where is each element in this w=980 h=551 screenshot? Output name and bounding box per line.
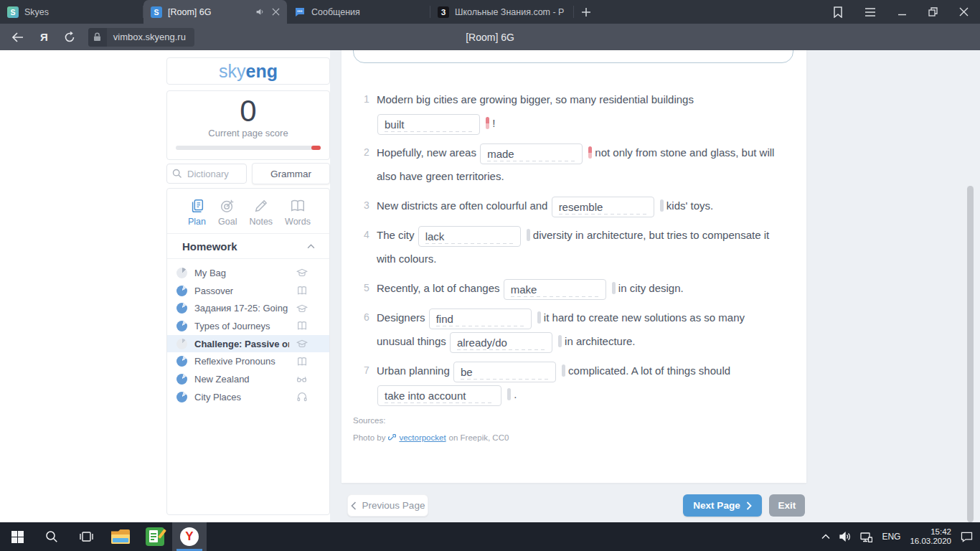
next-page-label: Next Page — [693, 500, 740, 511]
homework-item[interactable]: Passover — [167, 282, 329, 300]
collections-icon[interactable] — [833, 6, 843, 18]
tab-messages[interactable]: Сообщения — [287, 0, 430, 24]
answer-input[interactable] — [480, 143, 583, 164]
language-indicator[interactable]: ENG — [882, 532, 900, 542]
tab-room-6g[interactable]: S [Room] 6G — [143, 0, 287, 24]
exercise-item-number: 4 — [364, 223, 369, 247]
exercise-item: 6Designers it hard to create new solutio… — [364, 306, 782, 353]
page-scrollbar[interactable] — [967, 186, 974, 522]
score-value: 0 — [167, 95, 329, 127]
answer-input[interactable] — [377, 114, 480, 135]
reload-icon[interactable] — [64, 32, 75, 43]
sentence-text: Urban planning — [377, 364, 453, 377]
homework-item[interactable]: Задания 17-25: Going to ... — [167, 299, 329, 317]
exit-label: Exit — [778, 500, 796, 511]
homework-item[interactable]: New Zealand — [167, 370, 329, 388]
homework-item-label: Reflexive Pronouns — [194, 356, 275, 367]
exercise-item: 5Recently, a lot of changes in city desi… — [364, 276, 782, 300]
exercise-item-number: 1 — [364, 88, 369, 111]
volume-icon[interactable] — [839, 532, 851, 542]
homework-item-label: My Bag — [194, 268, 226, 278]
sidebar-tab-label: Words — [285, 217, 311, 227]
browser-menu-icon[interactable] — [864, 7, 876, 17]
exercise-item-number: 5 — [364, 276, 369, 300]
sources-link[interactable]: vectorpocket — [399, 433, 446, 442]
lock-icon[interactable] — [88, 28, 107, 47]
network-icon[interactable] — [860, 532, 872, 542]
sentence-text: complicated. A lot of things should — [565, 364, 730, 377]
cutoff-top-block — [353, 50, 793, 63]
homework-item[interactable]: Reflexive Pronouns — [167, 352, 329, 370]
grammar-button[interactable]: Grammar — [252, 163, 330, 184]
clock[interactable]: 15:42 16.03.2020 — [910, 527, 951, 547]
sentence-text: Recently, a lot of changes — [377, 282, 503, 294]
homework-item[interactable]: City Places — [167, 388, 329, 406]
sentence-text: . — [511, 388, 517, 400]
answer-input[interactable] — [450, 332, 552, 353]
sentence-text: kids' toys. — [664, 199, 714, 212]
graduation-cap-icon — [296, 267, 308, 278]
sources-title: Sources: — [353, 416, 509, 425]
sidebar-tab-notes[interactable]: Notes — [249, 198, 273, 227]
answer-input[interactable] — [377, 385, 501, 406]
browser-toolbar: Я vimbox.skyeng.ru [Room] 6G — [0, 24, 980, 50]
previous-page-label: Previous Page — [362, 500, 425, 511]
tab-znania[interactable]: З Школьные Знания.com - Р — [430, 0, 574, 24]
window-restore-icon[interactable] — [928, 7, 938, 17]
address-bar[interactable]: vimbox.skyeng.ru — [88, 28, 194, 47]
sentence-text: in architecture. — [562, 335, 636, 347]
exercise-item-number: 2 — [364, 141, 369, 164]
homework-item[interactable]: Types of Journeys — [167, 317, 329, 335]
yandex-button-icon[interactable]: Я — [40, 31, 48, 43]
sidebar-tab-goal[interactable]: Goal — [218, 198, 237, 227]
exercise-card: 1Modern big cities are growing bigger, s… — [341, 50, 806, 483]
exit-button[interactable]: Exit — [769, 494, 805, 517]
next-page-button[interactable]: Next Page — [683, 494, 762, 517]
tab-close-icon[interactable] — [272, 8, 280, 16]
url-text: vimbox.skyeng.ru — [107, 32, 194, 42]
taskbar: Y ENG 15:42 16.03.2020 — [0, 522, 980, 551]
homework-item[interactable]: Challenge: Passive or Ac... — [167, 335, 329, 353]
answer-input[interactable] — [429, 309, 532, 329]
file-explorer-icon[interactable] — [103, 522, 138, 551]
homework-section-header[interactable]: Homework — [167, 234, 329, 259]
book-icon — [296, 356, 308, 367]
chevron-right-icon — [746, 501, 752, 510]
new-tab-button[interactable] — [574, 0, 598, 24]
sidebar-tab-plan[interactable]: Plan — [188, 198, 206, 227]
back-icon[interactable] — [11, 32, 24, 43]
notifications-icon[interactable] — [961, 532, 973, 542]
homework-list: My BagPassoverЗадания 17-25: Going to ..… — [167, 259, 329, 406]
sidebar-tab-words[interactable]: Words — [285, 198, 311, 227]
exercise-item-number: 7 — [364, 359, 369, 382]
sentence-text: Hopefully, new areas — [377, 146, 479, 159]
progress-pie-icon — [176, 392, 187, 402]
sidebar-tab-label: Plan — [188, 217, 206, 227]
sentence-text: Modern big cities are growing bigger, so… — [377, 93, 694, 105]
answer-input[interactable] — [504, 279, 606, 300]
clock-time: 15:42 — [910, 527, 951, 537]
progress-pie-icon — [176, 339, 187, 349]
tab-skyes[interactable]: S Skyes — [0, 0, 143, 24]
answer-input[interactable] — [418, 226, 521, 247]
text-editor-app-icon[interactable] — [138, 522, 172, 551]
yandex-browser-taskbar-icon[interactable]: Y — [172, 522, 207, 551]
tab-title: Школьные Знания.com - Р — [455, 7, 567, 17]
tray-chevron-up-icon[interactable] — [821, 534, 830, 540]
page-content: skyeng 0 Current page score Grammar Plan… — [0, 50, 980, 522]
chevron-left-icon — [351, 501, 357, 510]
task-view-icon[interactable] — [69, 522, 103, 551]
homework-item-label: City Places — [194, 392, 241, 402]
taskbar-search-icon[interactable] — [34, 522, 69, 551]
answer-input[interactable] — [453, 362, 556, 382]
homework-item[interactable]: My Bag — [167, 264, 329, 282]
previous-page-button[interactable]: Previous Page — [347, 494, 428, 517]
sidebar-panel: PlanGoalNotesWords Homework My BagPassov… — [166, 188, 330, 515]
window-close-icon[interactable] — [959, 7, 969, 17]
start-button[interactable] — [0, 522, 34, 551]
tab-audio-icon[interactable] — [255, 7, 265, 17]
window-minimize-icon[interactable] — [897, 7, 907, 17]
goal-icon — [220, 198, 235, 214]
plan-icon — [189, 198, 205, 214]
answer-input[interactable] — [552, 197, 654, 217]
